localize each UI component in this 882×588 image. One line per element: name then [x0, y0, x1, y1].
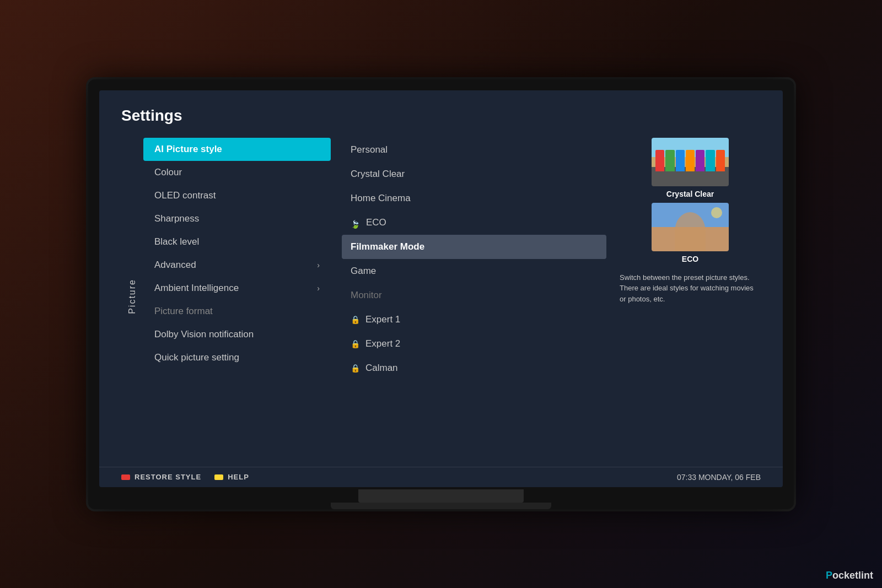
tv-screen: Settings Picture AI Picture style Colour…	[99, 90, 783, 487]
lock-icon: 🔒	[351, 339, 360, 348]
restore-style-control: RESTORE STYLE	[121, 473, 201, 481]
bottom-bar: RESTORE STYLE HELP 07:33 MONDAY, 06 FEB	[99, 467, 783, 487]
hut-5	[696, 150, 704, 172]
page-title: Settings	[121, 107, 761, 125]
right-panel: Crystal Clear ECO Switch between the pre…	[606, 138, 761, 456]
middle-item-crystal-clear[interactable]: Crystal Clear	[342, 162, 606, 186]
middle-item-personal[interactable]: Personal	[342, 138, 606, 162]
menu-item-black-level[interactable]: Black level	[143, 230, 331, 253]
lock-icon: 🔒	[351, 315, 360, 324]
restore-label[interactable]: RESTORE STYLE	[135, 473, 201, 481]
sidebar-label: Picture	[127, 279, 137, 314]
eco-figure	[675, 212, 706, 251]
tv-stand	[358, 489, 524, 503]
left-menu: AI Picture style Colour OLED contrast Sh…	[143, 138, 331, 456]
menu-item-ai-picture[interactable]: AI Picture style	[143, 138, 331, 161]
screen-content: Settings Picture AI Picture style Colour…	[99, 90, 783, 467]
middle-item-expert1[interactable]: 🔒 Expert 1	[342, 308, 606, 332]
preview-eco: ECO	[620, 203, 761, 263]
help-control: HELP	[214, 473, 249, 481]
hut-2	[665, 150, 674, 172]
middle-menu: Personal Crystal Clear Home Cinema ECO F…	[331, 138, 606, 456]
arrow-icon: ›	[317, 261, 320, 269]
watermark: Pocketlint	[826, 570, 873, 581]
hut-7	[716, 150, 725, 172]
menu-item-picture-format[interactable]: Picture format	[143, 300, 331, 323]
preview-crystal-label: Crystal Clear	[666, 190, 714, 198]
preview-crystal-clear: Crystal Clear	[620, 138, 761, 198]
menu-item-advanced[interactable]: Advanced ›	[143, 253, 331, 277]
help-label[interactable]: HELP	[228, 473, 249, 481]
middle-item-eco[interactable]: ECO	[342, 211, 606, 235]
middle-item-expert2[interactable]: 🔒 Expert 2	[342, 332, 606, 356]
middle-item-filmmaker[interactable]: Filmmaker Mode	[342, 235, 606, 259]
datetime: 07:33 MONDAY, 06 FEB	[677, 473, 761, 482]
menu-item-sharpness[interactable]: Sharpness	[143, 207, 331, 230]
menu-item-dolby[interactable]: Dolby Vision notification	[143, 323, 331, 346]
middle-item-home-cinema[interactable]: Home Cinema	[342, 186, 606, 211]
hut-4	[686, 150, 695, 172]
yellow-button-icon	[214, 474, 223, 480]
main-layout: Picture AI Picture style Colour OLED con…	[121, 138, 761, 456]
middle-item-game[interactable]: Game	[342, 259, 606, 283]
right-panel-description: Switch between the preset picture styles…	[620, 272, 761, 305]
arrow-icon: ›	[317, 284, 320, 293]
preview-eco-label: ECO	[682, 255, 698, 263]
menu-item-colour[interactable]: Colour	[143, 161, 331, 184]
hut-6	[706, 150, 714, 172]
lock-icon: 🔒	[351, 364, 360, 373]
sidebar: Picture	[121, 138, 143, 456]
menu-item-oled-contrast[interactable]: OLED contrast	[143, 184, 331, 207]
preview-image-crystal	[652, 138, 729, 186]
hut-1	[655, 150, 664, 172]
middle-item-calman[interactable]: 🔒 Calman	[342, 356, 606, 380]
tv-stand-base	[331, 503, 551, 509]
sun-shape	[711, 207, 722, 218]
middle-item-monitor[interactable]: Monitor	[342, 283, 606, 308]
red-button-icon	[121, 474, 130, 480]
bottom-controls: RESTORE STYLE HELP	[121, 473, 249, 481]
menu-item-ambient[interactable]: Ambient Intelligence ›	[143, 277, 331, 300]
beach-huts	[655, 150, 725, 172]
tv-outer: Settings Picture AI Picture style Colour…	[88, 79, 794, 509]
hut-3	[676, 150, 685, 172]
menu-item-quick-picture[interactable]: Quick picture setting	[143, 346, 331, 369]
eco-leaf-icon	[351, 219, 361, 226]
preview-image-eco	[652, 203, 729, 251]
